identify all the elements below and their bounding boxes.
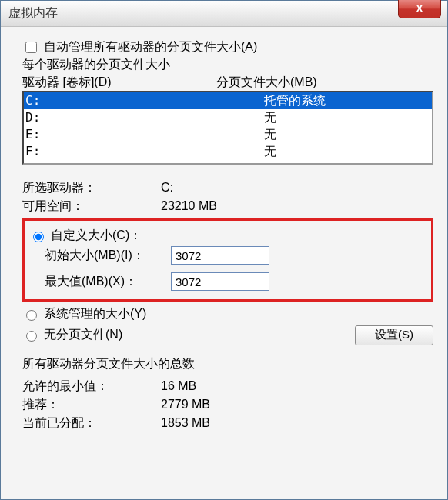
selected-drive-info: 所选驱动器： C: 可用空间： 23210 MB [22, 178, 433, 215]
drive-col: D: [25, 109, 264, 126]
auto-manage-row[interactable]: 自动管理所有驱动器的分页文件大小(A) [22, 39, 433, 55]
close-button[interactable]: X [398, 0, 441, 18]
no-paging-radio[interactable] [26, 331, 37, 342]
window-title: 虚拟内存 [8, 5, 58, 22]
no-paging-label: 无分页文件(N) [44, 327, 122, 343]
set-button[interactable]: 设置(S) [355, 325, 433, 345]
totals-heading: 所有驱动器分页文件大小的总数 [22, 356, 195, 372]
paging-col: 无 [264, 126, 276, 143]
selected-drive-label: 所选驱动器： [22, 178, 161, 197]
free-space-label: 可用空间： [22, 197, 161, 215]
paging-col: 托管的系统 [264, 92, 326, 109]
list-item[interactable]: E: 无 [24, 126, 432, 143]
system-managed-radio-row[interactable]: 系统管理的大小(Y) [22, 306, 433, 322]
totals-heading-row: 所有驱动器分页文件大小的总数 [22, 356, 433, 372]
max-size-label: 最大值(MB)(X)： [45, 274, 171, 290]
cur-value: 1853 MB [161, 414, 210, 432]
custom-size-label: 自定义大小(C)： [51, 228, 142, 244]
drive-list-header-col1: 驱动器 [卷标](D) [22, 75, 216, 91]
dialog-content: 自动管理所有驱动器的分页文件大小(A) 每个驱动器的分页文件大小 驱动器 [卷标… [1, 27, 447, 440]
free-space-value: 23210 MB [161, 197, 217, 215]
min-value: 16 MB [161, 377, 196, 395]
max-size-input[interactable] [171, 272, 269, 291]
initial-size-input[interactable] [171, 246, 269, 265]
system-managed-radio[interactable] [26, 310, 37, 321]
paging-col: 无 [264, 109, 276, 126]
drive-list[interactable]: C: 托管的系统 D: 无 E: 无 F: 无 [22, 91, 433, 165]
drive-list-header-col2: 分页文件大小(MB) [216, 75, 317, 91]
cur-label: 当前已分配： [22, 414, 161, 432]
rec-value: 2779 MB [161, 395, 210, 414]
list-item[interactable]: F: 无 [24, 143, 432, 160]
selected-drive-value: C: [161, 178, 173, 197]
divider [201, 365, 433, 365]
rec-label: 推荐： [22, 395, 161, 414]
custom-size-radio-row[interactable]: 自定义大小(C)： [29, 228, 423, 244]
auto-manage-checkbox[interactable] [25, 42, 37, 53]
titlebar: 虚拟内存 X [1, 1, 447, 27]
system-managed-label: 系统管理的大小(Y) [44, 306, 146, 322]
totals-block: 允许的最小值： 16 MB 推荐： 2779 MB 当前已分配： 1853 MB [22, 377, 433, 432]
list-item[interactable]: C: 托管的系统 [24, 92, 432, 109]
drive-col: F: [25, 143, 264, 160]
min-label: 允许的最小值： [22, 377, 161, 395]
drive-list-header: 驱动器 [卷标](D) 分页文件大小(MB) [22, 75, 433, 91]
initial-size-label: 初始大小(MB)(I)： [45, 248, 171, 264]
list-item[interactable]: D: 无 [24, 109, 432, 126]
no-paging-radio-row[interactable]: 无分页文件(N) [22, 327, 122, 343]
drive-col: C: [25, 92, 264, 109]
drive-col: E: [25, 126, 264, 143]
paging-col: 无 [264, 143, 276, 160]
auto-manage-label: 自动管理所有驱动器的分页文件大小(A) [44, 39, 257, 55]
virtual-memory-dialog: 虚拟内存 X 自动管理所有驱动器的分页文件大小(A) 每个驱动器的分页文件大小 … [0, 0, 448, 500]
per-drive-heading: 每个驱动器的分页文件大小 [22, 57, 433, 73]
highlight-box: 自定义大小(C)： 初始大小(MB)(I)： 最大值(MB)(X)： [22, 218, 433, 302]
custom-size-radio[interactable] [33, 232, 44, 242]
